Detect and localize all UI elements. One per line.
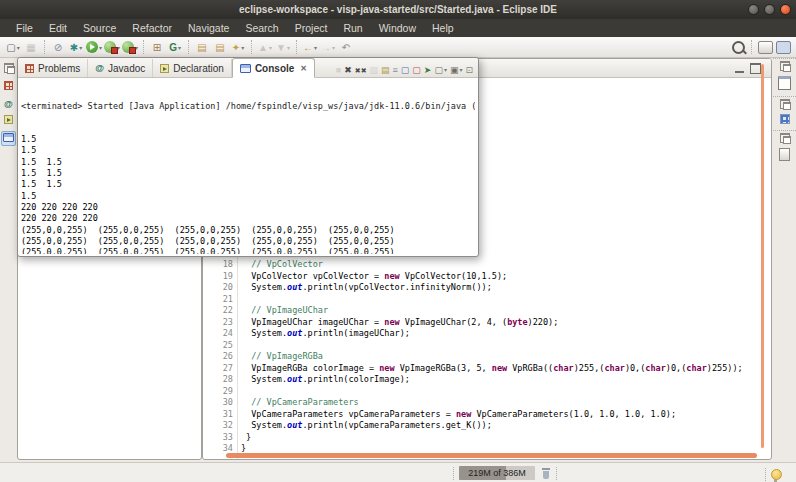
- editor-area-icon[interactable]: [778, 76, 791, 92]
- menu-file[interactable]: File: [8, 22, 41, 34]
- menu-source[interactable]: Source: [75, 22, 124, 34]
- console-icon: [240, 64, 251, 73]
- editor-horizontal-scrollbar[interactable]: [226, 453, 757, 458]
- menu-edit[interactable]: Edit: [41, 22, 75, 34]
- close-icon[interactable]: ✕: [300, 64, 307, 73]
- pin-console-button[interactable]: ➤: [424, 66, 432, 75]
- dropdown-arrow-icon[interactable]: ▾: [332, 44, 335, 51]
- console-line: 1.5: [21, 145, 475, 156]
- statusbar-separator: [765, 468, 766, 481]
- tab-declaration[interactable]: Declaration: [153, 59, 232, 77]
- console-output[interactable]: <terminated> Started [Java Application] …: [21, 77, 475, 254]
- terminate-button[interactable]: ■: [336, 66, 341, 75]
- declaration-view-icon[interactable]: [3, 114, 14, 127]
- debug-button[interactable]: ✱▾: [68, 39, 84, 56]
- menu-project[interactable]: Project: [287, 22, 336, 34]
- close-button[interactable]: [780, 4, 791, 15]
- java-perspective-button[interactable]: [775, 39, 791, 56]
- window-title: eclipse-workspace - visp-java-started/sr…: [239, 4, 557, 15]
- restore-icon: [780, 133, 790, 143]
- menu-run[interactable]: Run: [335, 22, 370, 34]
- forward-button[interactable]: →▾: [320, 39, 336, 56]
- menu-bar: FileEditSourceRefactorNavigateSearchProj…: [0, 19, 796, 37]
- maximize-button[interactable]: [764, 4, 775, 15]
- minimize-button[interactable]: [748, 4, 759, 15]
- maximize-editor-icon[interactable]: [750, 63, 761, 74]
- open-folder-button[interactable]: ▤: [212, 39, 228, 56]
- dropdown-arrow-icon[interactable]: ▾: [99, 44, 102, 51]
- menu-navigate[interactable]: Navigate: [180, 22, 237, 34]
- restore-views-icon[interactable]: [3, 62, 15, 76]
- dropdown-arrow-icon[interactable]: ▾: [17, 44, 20, 51]
- problems-icon: [25, 64, 34, 73]
- next-annotation-button-glyph: ▼: [276, 42, 286, 53]
- run-button[interactable]: ▾: [86, 39, 102, 56]
- console-restore-button[interactable]: ⊡: [465, 66, 473, 75]
- dropdown-arrow-icon[interactable]: ▾: [79, 44, 82, 51]
- remove-launch-button[interactable]: ✖: [344, 66, 352, 75]
- java-perspective-button-icon: [776, 41, 791, 54]
- toolbar-separator: [296, 40, 297, 54]
- minimize-editor-icon[interactable]: [735, 63, 744, 73]
- console-view-icon[interactable]: [1, 131, 16, 146]
- dropdown-arrow-icon[interactable]: ▾: [287, 44, 290, 51]
- restore-tasks-icon[interactable]: [780, 133, 790, 145]
- menu-search[interactable]: Search: [237, 22, 286, 34]
- left-view-strip: @: [0, 58, 17, 462]
- skip-all-breakpoints-button[interactable]: ⊘: [50, 39, 66, 56]
- dropdown-arrow-icon[interactable]: ▾: [241, 44, 244, 51]
- display-console-dropdown[interactable]: ▢▾: [434, 66, 447, 75]
- word-wrap-button[interactable]: ≡: [393, 66, 398, 75]
- title-bar: eclipse-workspace - visp-java-started/sr…: [0, 0, 796, 19]
- show-stdout-button[interactable]: ▢: [401, 66, 410, 75]
- line-number: 21: [205, 294, 233, 306]
- dropdown-arrow-icon[interactable]: ▾: [178, 44, 181, 51]
- scroll-lock-button[interactable]: ▤: [381, 66, 390, 75]
- next-annotation-button[interactable]: ▼▾: [275, 39, 291, 56]
- show-stderr-button[interactable]: ▢: [412, 66, 421, 75]
- problems-view-icon[interactable]: [3, 80, 14, 93]
- open-perspective-button[interactable]: [757, 39, 773, 56]
- line-number: 31: [205, 409, 233, 421]
- previous-annotation-button[interactable]: ▲▾: [257, 39, 273, 56]
- memory-label: 219M of 386M: [459, 466, 535, 480]
- memory-gauge[interactable]: 219M of 386M: [459, 466, 535, 480]
- external-tools-button[interactable]: ▾: [104, 39, 120, 56]
- coverage-button[interactable]: ▾: [122, 39, 138, 56]
- open-resource-button[interactable]: ▤: [194, 39, 210, 56]
- remove-all-launches-button[interactable]: ✖✖: [355, 66, 367, 75]
- tab-console[interactable]: Console✕: [232, 58, 315, 78]
- javadoc-view-icon[interactable]: @: [3, 97, 14, 110]
- menu-refactor[interactable]: Refactor: [124, 22, 180, 34]
- outline-view-icon[interactable]: [780, 114, 790, 126]
- restore-outline-icon[interactable]: [780, 99, 790, 111]
- open-console-dropdown[interactable]: ▣▾: [450, 66, 463, 75]
- restore-icon: [4, 63, 14, 73]
- tab-problems[interactable]: Problems: [18, 59, 88, 77]
- restore-editor-icon[interactable]: [780, 61, 790, 73]
- dropdown-arrow-icon[interactable]: ▾: [269, 44, 272, 51]
- tasks-view-icon[interactable]: [779, 148, 790, 163]
- back-button[interactable]: ←▾: [302, 39, 318, 56]
- open-type-button[interactable]: G▾: [167, 39, 183, 56]
- save-button[interactable]: ▦: [23, 39, 39, 56]
- menu-window[interactable]: Window: [371, 22, 424, 34]
- new-wizard-button[interactable]: ▢▾: [5, 39, 21, 56]
- javadoc-icon: @: [4, 99, 13, 109]
- tips-lightbulb-icon[interactable]: [771, 469, 782, 480]
- new-java-project-button[interactable]: ⊞: [149, 39, 165, 56]
- clear-console-button[interactable]: ▧: [370, 66, 379, 75]
- toolbar-separator: [751, 40, 752, 54]
- tab-javadoc[interactable]: @Javadoc: [88, 59, 153, 77]
- code-content[interactable]: // VpColVector VpColVector vpColVector =…: [241, 259, 759, 455]
- console-panel[interactable]: Problems@JavadocDeclarationConsole✕ ■✖✖✖…: [17, 57, 479, 257]
- dropdown-arrow-icon[interactable]: ▾: [444, 66, 447, 75]
- last-edit-location-button[interactable]: ↶: [338, 39, 354, 56]
- search-flashlight-button[interactable]: ✦▾: [230, 39, 246, 56]
- dropdown-arrow-icon[interactable]: ▾: [459, 66, 462, 75]
- dropdown-arrow-icon[interactable]: ▾: [314, 44, 317, 51]
- editor-vertical-scrollbar[interactable]: [761, 64, 764, 448]
- menu-help[interactable]: Help: [424, 22, 462, 34]
- search-magnifier-button[interactable]: [730, 39, 746, 56]
- garbage-collect-icon[interactable]: [541, 468, 551, 479]
